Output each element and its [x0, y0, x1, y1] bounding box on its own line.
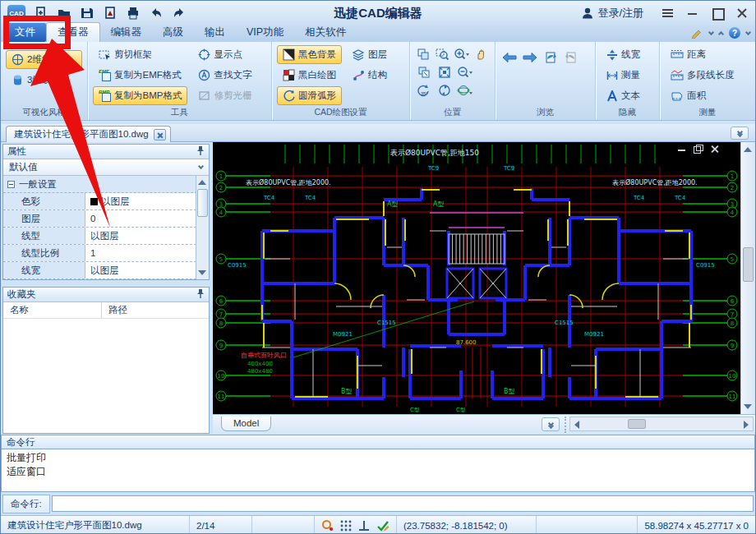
new-file-icon[interactable] [34, 6, 48, 21]
svg-text:A型: A型 [433, 200, 444, 208]
button-distance[interactable]: 距离 [665, 45, 750, 64]
mdi-close-icon[interactable] [710, 145, 719, 153]
mdi-restore-icon[interactable] [694, 145, 703, 153]
button-2d-wireframe[interactable]: 2维线框 [6, 50, 82, 69]
scroll-right-icon[interactable] [744, 421, 749, 429]
dynamic-input-check-icon[interactable] [376, 520, 390, 532]
view-redo-icon[interactable] [562, 48, 580, 67]
pencil-dropdown-icon[interactable] [708, 29, 714, 35]
menu-tab-viewer[interactable]: 查看器 [46, 22, 100, 42]
canvas-horizontal-scrollbar[interactable] [569, 417, 754, 431]
property-row-linetype-scale[interactable]: 线型比例 1 [3, 245, 209, 262]
orbit-3d-icon[interactable] [456, 81, 474, 99]
model-tab[interactable]: Model [221, 417, 271, 431]
button-3d-wireframe[interactable]: 3维线框 [6, 71, 82, 90]
zoom-in-icon[interactable] [453, 45, 471, 63]
property-scrollbar[interactable] [196, 176, 209, 279]
copy-view-icon[interactable] [415, 45, 431, 63]
help-dropdown-icon[interactable] [745, 29, 751, 35]
forward-arrow-icon[interactable] [521, 48, 539, 67]
paste-view-icon[interactable] [415, 63, 433, 81]
document-tab[interactable]: 建筑设计住宅户形平面图10.dwg [6, 126, 171, 142]
save-icon[interactable] [80, 6, 94, 21]
help-icon[interactable]: ? [729, 27, 740, 39]
button-text-hide[interactable]: 文本 [601, 86, 654, 105]
tab-close-icon[interactable] [154, 129, 166, 140]
layout-list-button[interactable] [542, 417, 560, 431]
pencil-icon[interactable] [691, 27, 703, 39]
column-path[interactable]: 路径 [102, 302, 127, 318]
button-find-text[interactable]: 查找文字 [192, 66, 257, 85]
collapse-ribbon-icon[interactable] [718, 31, 724, 37]
button-trim-raster[interactable]: 修剪光栅 [192, 86, 257, 105]
command-input[interactable] [52, 495, 754, 512]
button-measure-hide[interactable]: 测量 [601, 66, 654, 85]
zoom-window-icon[interactable] [434, 45, 450, 63]
property-preset-dropdown[interactable]: 默认值 [3, 159, 209, 176]
view-undo-icon[interactable] [542, 48, 560, 67]
button-area[interactable]: 面积 [665, 86, 750, 105]
grid-snap-icon[interactable] [340, 520, 352, 532]
osnap-magnifier-icon[interactable] [321, 519, 334, 532]
open-file-icon[interactable] [57, 6, 71, 21]
close-button[interactable] [735, 7, 749, 19]
button-lineweight[interactable]: 线宽 [601, 45, 654, 64]
pan-hand-icon[interactable] [473, 45, 490, 63]
hamburger-menu-icon[interactable] [662, 7, 675, 19]
rotate-view-icon[interactable]: 35° [415, 81, 433, 99]
button-structure[interactable]: 结构 [347, 66, 393, 85]
button-smooth-arc[interactable]: 圆滑弧形 [277, 86, 342, 105]
button-bw-drawing[interactable]: 黑白绘图 [277, 66, 342, 85]
mdi-minimize-icon[interactable] [677, 145, 686, 153]
login-register-link[interactable]: 登录/注册 [582, 6, 643, 21]
scroll-thumb[interactable] [628, 419, 646, 429]
tab-list-dropdown-button[interactable] [731, 127, 749, 140]
scroll-down-icon[interactable] [198, 270, 206, 275]
scroll-down-icon[interactable] [744, 404, 752, 409]
property-row-layer[interactable]: 图层 0 [3, 210, 209, 228]
button-layers[interactable]: 图层 [347, 45, 393, 64]
canvas-vertical-scrollbar[interactable] [740, 142, 755, 414]
button-polyline-length[interactable]: 多段线长度 [665, 66, 750, 85]
ortho-mode-icon[interactable] [358, 520, 370, 532]
pin-icon[interactable] [196, 288, 205, 301]
button-show-point[interactable]: 显示点 [192, 45, 257, 64]
column-name[interactable]: 名称 [3, 302, 102, 318]
scroll-up-icon[interactable] [744, 147, 752, 152]
print-icon[interactable] [126, 6, 141, 21]
button-copy-bmp[interactable]: BMP 复制为BMP格式 [93, 86, 187, 105]
refresh-view-icon[interactable] [436, 81, 454, 99]
property-section-row[interactable]: 一般设置 [3, 176, 197, 193]
pin-icon[interactable] [196, 145, 205, 158]
button-cut-frame[interactable]: 剪切框架 [93, 45, 187, 64]
scroll-up-icon[interactable] [198, 180, 206, 185]
menu-tab-output[interactable]: 输出 [194, 23, 236, 42]
zoom-out-icon[interactable] [456, 63, 474, 81]
maximize-button[interactable] [711, 7, 724, 19]
scroll-left-icon[interactable] [574, 421, 579, 429]
button-black-background[interactable]: 黑色背景 [277, 45, 342, 64]
menu-tab-editor[interactable]: 编辑器 [100, 23, 153, 42]
export-pdf-icon[interactable] [103, 6, 118, 21]
property-row-lineweight[interactable]: 线宽 以图层 [3, 262, 209, 279]
menu-tab-vip[interactable]: VIP功能 [236, 23, 294, 42]
scroll-thumb[interactable] [197, 189, 208, 217]
property-row-color[interactable]: 色彩 以图层 [3, 193, 209, 210]
collapse-minus-icon[interactable] [7, 181, 15, 188]
back-arrow-icon[interactable] [500, 48, 519, 67]
command-history[interactable]: 批量打印 适应窗口 [1, 449, 755, 492]
splitter-handle[interactable] [565, 417, 566, 433]
zoom-extents-icon[interactable] [436, 63, 454, 81]
menu-tab-advanced[interactable]: 高级 [152, 23, 194, 42]
minimize-button[interactable] [686, 7, 699, 19]
menu-tab-related[interactable]: 相关软件 [294, 23, 357, 42]
scroll-thumb[interactable] [743, 247, 754, 282]
cad-drawing[interactable]: 11223344556677889910101111表示Ø80UPVC管,距地1… [213, 142, 740, 414]
redo-icon[interactable] [172, 6, 187, 21]
undo-icon[interactable] [149, 6, 164, 21]
menu-tab-file[interactable]: 文件 [4, 23, 46, 42]
button-copy-emf[interactable]: EMF 复制为EMF格式 [93, 66, 187, 85]
property-row-linetype[interactable]: 线型 以图层 [3, 228, 209, 245]
drawing-viewport[interactable]: 11223344556677889910101111表示Ø80UPVC管,距地1… [213, 142, 740, 414]
favorites-list[interactable] [3, 319, 209, 433]
